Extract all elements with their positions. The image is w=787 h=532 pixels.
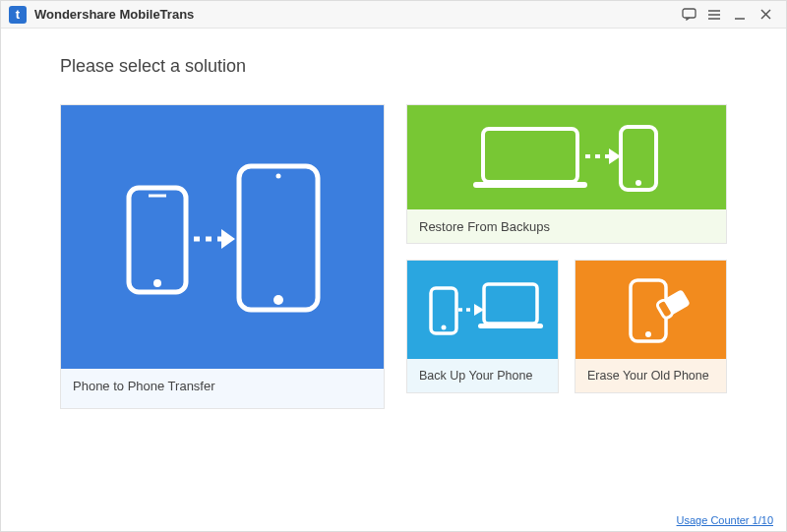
phone-to-phone-icon <box>61 105 384 369</box>
footer: Usage Counter 1/10 <box>677 514 773 526</box>
svg-rect-10 <box>239 166 318 310</box>
card-restore-label: Restore From Backups <box>407 209 726 243</box>
svg-point-25 <box>645 331 651 337</box>
svg-rect-22 <box>478 324 543 328</box>
close-button[interactable] <box>753 5 778 25</box>
svg-rect-15 <box>473 182 587 188</box>
card-grid: Phone to Phone Transfer <box>60 104 727 409</box>
card-phone-to-phone-label: Phone to Phone Transfer <box>61 369 384 408</box>
erase-icon <box>575 261 726 359</box>
app-title: Wondershare MobileTrans <box>34 7 194 22</box>
titlebar: t Wondershare MobileTrans <box>1 1 786 29</box>
minimize-button[interactable] <box>727 5 753 25</box>
svg-point-20 <box>441 325 446 330</box>
restore-icon <box>407 105 726 209</box>
usage-counter-link[interactable]: Usage Counter 1/10 <box>677 514 773 526</box>
card-restore[interactable]: Restore From Backups <box>406 104 727 244</box>
backup-icon <box>407 261 558 359</box>
svg-point-11 <box>273 295 283 305</box>
menu-button[interactable] <box>701 5 727 25</box>
svg-point-12 <box>276 174 281 179</box>
card-backup[interactable]: Back Up Your Phone <box>406 260 559 393</box>
card-erase[interactable]: Erase Your Old Phone <box>575 260 727 393</box>
svg-rect-0 <box>683 9 696 18</box>
svg-rect-7 <box>129 188 186 292</box>
svg-point-17 <box>636 180 641 186</box>
svg-rect-21 <box>484 284 537 324</box>
feedback-button[interactable] <box>676 5 701 25</box>
card-erase-label: Erase Your Old Phone <box>575 359 726 392</box>
content-area: Please select a solution <box>1 29 786 419</box>
app-logo: t <box>9 6 27 24</box>
svg-rect-14 <box>483 129 577 182</box>
svg-point-8 <box>153 279 161 287</box>
card-backup-label: Back Up Your Phone <box>407 359 558 392</box>
card-phone-to-phone[interactable]: Phone to Phone Transfer <box>60 104 385 409</box>
page-heading: Please select a solution <box>60 56 727 77</box>
